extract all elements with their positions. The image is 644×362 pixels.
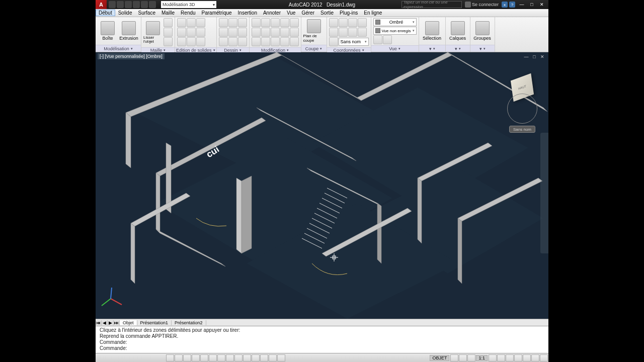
mod-tool[interactable] bbox=[271, 28, 280, 37]
help-icon[interactable]: ? bbox=[509, 2, 515, 8]
viewcube-compass[interactable] bbox=[507, 94, 537, 124]
mod-tool[interactable] bbox=[280, 28, 289, 37]
draw-tool[interactable] bbox=[238, 37, 247, 46]
mod-tool[interactable] bbox=[280, 18, 289, 27]
tab-plugins[interactable]: Plug-ins bbox=[337, 10, 361, 16]
polar-toggle[interactable] bbox=[192, 354, 200, 361]
tab-next-icon[interactable]: ▶ bbox=[108, 320, 114, 325]
mod-tool[interactable] bbox=[290, 28, 299, 37]
draw-tool[interactable] bbox=[228, 18, 237, 27]
edit-tool[interactable] bbox=[196, 18, 205, 27]
edit-tool[interactable] bbox=[187, 18, 196, 27]
sc-toggle[interactable] bbox=[269, 354, 277, 361]
plan-coupe-button[interactable]: Plan de coupe bbox=[303, 19, 325, 43]
mod-tool[interactable] bbox=[271, 18, 280, 27]
mod-tool[interactable] bbox=[252, 28, 261, 37]
maille-tool[interactable] bbox=[164, 18, 173, 27]
ucs-tool[interactable] bbox=[329, 18, 338, 27]
edit-tool[interactable] bbox=[196, 28, 205, 37]
maximize-button[interactable]: □ bbox=[528, 2, 535, 7]
tab-debut[interactable]: Début bbox=[96, 10, 115, 16]
cmd-prompt[interactable]: Commande: bbox=[100, 345, 544, 351]
visual-style-dropdown[interactable]: Ombré bbox=[373, 18, 417, 26]
save-icon[interactable] bbox=[125, 1, 132, 8]
status-tool[interactable] bbox=[523, 354, 531, 361]
vue-tool[interactable] bbox=[373, 35, 382, 44]
vue-tool[interactable] bbox=[383, 35, 392, 44]
ucs-tool[interactable] bbox=[329, 37, 338, 46]
tab-presentation1[interactable]: Présentation1 bbox=[137, 320, 172, 325]
status-tool[interactable] bbox=[489, 354, 497, 361]
lisser-button[interactable]: Lisser l'objet bbox=[143, 21, 163, 44]
mod-tool[interactable] bbox=[261, 37, 270, 46]
ucs-tool[interactable] bbox=[348, 18, 357, 27]
maille-tool[interactable] bbox=[164, 37, 173, 46]
tab-vue[interactable]: Vue bbox=[284, 10, 298, 16]
tab-last-icon[interactable]: ⏭ bbox=[114, 320, 120, 325]
viewcube[interactable]: HAUT Sans nom bbox=[507, 72, 537, 103]
edit-tool[interactable] bbox=[187, 37, 196, 46]
tab-first-icon[interactable]: ⏮ bbox=[96, 320, 102, 325]
draw-tool[interactable] bbox=[219, 18, 228, 27]
print-icon[interactable] bbox=[133, 1, 140, 8]
tab-solide[interactable]: Solide bbox=[115, 10, 135, 16]
panel-label-coupe[interactable]: Coupe bbox=[301, 45, 327, 52]
view-dropdown[interactable]: Vue non enregis bbox=[373, 27, 417, 35]
vp-close-icon[interactable]: ✕ bbox=[539, 54, 545, 59]
ducs-toggle[interactable] bbox=[226, 354, 234, 361]
status-tool[interactable] bbox=[459, 354, 467, 361]
exchange-icon[interactable]: x bbox=[502, 2, 508, 8]
dyn-toggle[interactable] bbox=[234, 354, 243, 361]
panel-label-groupes[interactable]: ▾ bbox=[470, 45, 495, 52]
osnap-toggle[interactable] bbox=[200, 354, 208, 361]
edit-tool[interactable] bbox=[187, 28, 196, 37]
otrack-toggle[interactable] bbox=[217, 354, 225, 361]
ucs-tool[interactable] bbox=[358, 28, 367, 37]
annotation-scale[interactable]: 1:1 bbox=[476, 355, 488, 361]
snap-toggle[interactable] bbox=[166, 354, 174, 361]
draw-tool[interactable] bbox=[228, 37, 237, 46]
am-toggle[interactable] bbox=[277, 354, 285, 361]
cleanscreen-toggle[interactable] bbox=[540, 354, 548, 361]
mod-tool[interactable] bbox=[261, 28, 270, 37]
ucs-tool[interactable] bbox=[329, 28, 338, 37]
draw-tool[interactable] bbox=[219, 28, 228, 37]
boite-button[interactable]: Boîte bbox=[98, 21, 118, 41]
tab-surface[interactable]: Surface bbox=[135, 10, 158, 16]
panel-label-vue[interactable]: Vue bbox=[371, 45, 419, 52]
viewcube-ucs-button[interactable]: Sans nom bbox=[509, 126, 535, 133]
mod-tool[interactable] bbox=[290, 37, 299, 46]
app-logo[interactable]: A bbox=[96, 0, 107, 9]
mod-tool[interactable] bbox=[252, 18, 261, 27]
mod-tool[interactable] bbox=[261, 18, 270, 27]
new-icon[interactable] bbox=[109, 1, 116, 8]
tab-insertion[interactable]: Insertion bbox=[235, 10, 260, 16]
edit-tool[interactable] bbox=[177, 28, 186, 37]
navigation-bar[interactable] bbox=[540, 133, 548, 253]
drawing-canvas[interactable]: cui bbox=[96, 52, 548, 319]
mod-tool[interactable] bbox=[290, 18, 299, 27]
tab-enligne[interactable]: En ligne bbox=[361, 10, 385, 16]
ortho-toggle[interactable] bbox=[183, 354, 191, 361]
minimize-button[interactable]: — bbox=[518, 2, 525, 7]
status-tool[interactable] bbox=[514, 354, 522, 361]
tab-prev-icon[interactable]: ◀ bbox=[102, 320, 108, 325]
mod-tool[interactable] bbox=[271, 37, 280, 46]
ucs-tool[interactable] bbox=[339, 28, 348, 37]
status-space[interactable]: OBJET bbox=[430, 355, 449, 361]
groupes-button[interactable]: Groupes bbox=[472, 21, 493, 41]
draw-tool[interactable] bbox=[238, 28, 247, 37]
qp-toggle[interactable] bbox=[260, 354, 268, 361]
extrusion-button[interactable]: Extrusion bbox=[119, 21, 139, 41]
tpy-toggle[interactable] bbox=[252, 354, 260, 361]
draw-tool[interactable] bbox=[219, 37, 228, 46]
vp-minimize-icon[interactable]: — bbox=[523, 54, 529, 59]
draw-tool[interactable] bbox=[228, 28, 237, 37]
lwt-toggle[interactable] bbox=[243, 354, 251, 361]
undo-icon[interactable] bbox=[141, 1, 148, 8]
viewport[interactable]: [-] [Vue personnalisée] [Ombre] — □ ✕ bbox=[96, 52, 548, 319]
status-tool[interactable] bbox=[506, 354, 514, 361]
tab-maille[interactable]: Maille bbox=[158, 10, 178, 16]
open-icon[interactable] bbox=[117, 1, 124, 8]
redo-icon[interactable] bbox=[149, 1, 156, 8]
